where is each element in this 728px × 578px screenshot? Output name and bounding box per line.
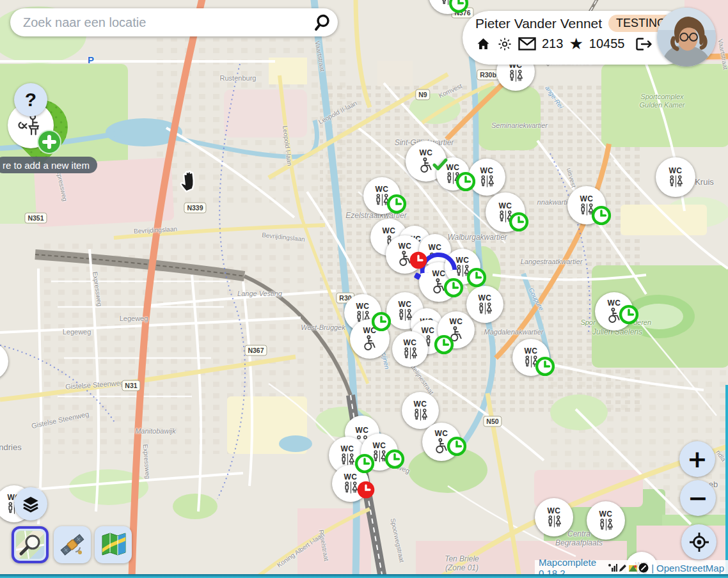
clock-green-opening-hours-badge — [355, 454, 375, 476]
marker-wc-label: WC — [580, 195, 594, 203]
zoom-out-icon: − — [688, 484, 708, 512]
clock-green-opening-hours-badge — [372, 312, 392, 334]
help-label: ? — [25, 89, 36, 111]
toilet-marker-mw[interactable]: WC — [656, 157, 695, 197]
mw-figure-icon — [412, 409, 429, 421]
map-viewport[interactable]: Brugge- Sint-PietersRustenburgPSint-Gill… — [0, 0, 728, 578]
home-icon[interactable] — [475, 36, 491, 52]
marker-wc-label: WC — [525, 347, 538, 355]
osm-map-icon — [16, 531, 44, 559]
marker-wc-label: WC — [376, 185, 389, 193]
attribution-separator: | — [651, 563, 654, 574]
user-avatar[interactable] — [657, 8, 716, 66]
clock-green-opening-hours-badge — [434, 335, 454, 357]
marker-wc-label: WC — [548, 507, 561, 515]
toilet-marker-mw[interactable]: WC — [466, 286, 503, 323]
marker-wc-label: WC — [669, 167, 683, 175]
clock-green-opening-hours-badge — [456, 172, 476, 194]
message-count: 213 — [542, 36, 563, 51]
marker-wc-label: WC — [399, 242, 412, 250]
clock-green-opening-hours-badge — [385, 449, 405, 472]
theme-logo-icon[interactable] — [628, 563, 638, 573]
marker-wc-label: WC — [450, 318, 463, 325]
clock-green-opening-hours-badge — [444, 278, 464, 301]
user-name[interactable]: Pieter Vander Vennet — [475, 16, 602, 31]
toilet-marker-mw[interactable]: WC — [402, 392, 439, 429]
toilet-marker-mw[interactable]: WC — [392, 331, 428, 367]
clock-green-opening-hours-badge — [592, 206, 612, 228]
hand-cursor — [177, 166, 203, 197]
zoom-in-icon: + — [687, 445, 708, 473]
marker-wc-label: WC — [420, 149, 433, 157]
search-bar — [10, 8, 338, 36]
search-input[interactable] — [22, 15, 312, 31]
checkmark-badge — [432, 156, 449, 176]
attribution-osm-link[interactable]: OpenStreetMap — [656, 563, 724, 574]
basemap-style-map-button[interactable] — [95, 526, 132, 563]
marker-wc-label: WC — [435, 430, 448, 437]
marker-wc-label: WC — [356, 302, 370, 310]
layers-button[interactable] — [14, 487, 47, 520]
settings-gear-icon[interactable] — [497, 36, 512, 52]
marker-wc-label: WC — [399, 301, 412, 308]
world-map-icon — [100, 532, 127, 558]
marker-wc-label: WC — [599, 510, 613, 518]
marker-wc-label: WC — [480, 167, 494, 175]
add-item-tooltip: re to add a new item — [0, 157, 97, 173]
mw-figure-icon — [402, 347, 419, 359]
basemap-style-satellite-button[interactable] — [54, 526, 91, 563]
geolocate-crosshair-icon — [688, 531, 710, 553]
messages-icon[interactable] — [518, 37, 536, 51]
marker-wc-label: WC — [422, 327, 435, 334]
basemap-style-osm-button[interactable] — [12, 526, 49, 563]
panel-edge-strip — [725, 385, 728, 578]
mw-figure-icon — [546, 515, 563, 527]
toilet-marker-mw[interactable]: WC — [535, 498, 573, 536]
tooltip-text: re to add a new item — [3, 160, 90, 171]
zoom-out-button[interactable]: − — [680, 480, 716, 516]
mw-figure-icon — [667, 175, 684, 187]
mw-figure-icon — [477, 302, 494, 315]
edit-pencil-icon[interactable] — [618, 563, 628, 573]
wheelchair-figure-icon — [361, 335, 378, 352]
logout-icon[interactable] — [635, 36, 653, 52]
toilet-marker-mw[interactable]: WC — [0, 343, 8, 380]
marker-wc-label: WC — [341, 445, 354, 453]
clock-red-opening-hours-badge — [357, 481, 376, 502]
marker-wc-label: WC — [383, 227, 396, 235]
attribution-bar: Mapcomplete 0.18.2 | OpenStreetMap — [535, 560, 728, 575]
clock-green-opening-hours-badge — [387, 194, 407, 217]
attribution-osm-icon[interactable] — [638, 563, 649, 573]
marker-wc-label: WC — [429, 244, 442, 251]
satellite-icon — [59, 531, 86, 558]
mw-figure-icon — [339, 453, 356, 465]
marker-wc-label: WC — [356, 426, 369, 434]
mw-figure-icon — [507, 70, 525, 82]
marker-wc-label: WC — [479, 294, 492, 302]
clock-green-opening-hours-badge — [619, 305, 639, 327]
star-icon: ★ — [569, 36, 583, 52]
marker-wc-label: WC — [456, 256, 470, 264]
clock-green-opening-hours-badge — [447, 437, 467, 459]
clock-red-opening-hours-badge — [409, 251, 428, 272]
clock-green-opening-hours-badge — [535, 357, 555, 379]
mw-figure-icon — [597, 519, 615, 531]
layers-icon — [22, 495, 40, 513]
add-item-plus-icon[interactable] — [37, 130, 61, 154]
marker-wc-label: WC — [499, 202, 512, 210]
bottom-edge-strip — [0, 574, 728, 578]
map-markers-layer: WC WC WC WC WC WC WC WC WC WC WC WC WC W… — [0, 0, 728, 578]
help-button[interactable]: ? — [14, 83, 47, 116]
search-icon[interactable] — [312, 13, 331, 32]
clock-green-opening-hours-badge — [449, 0, 469, 16]
clock-green-opening-hours-badge — [509, 212, 529, 235]
marker-wc-label: WC — [404, 339, 417, 347]
clock-green-opening-hours-badge — [467, 268, 487, 290]
statistics-icon[interactable] — [608, 563, 617, 572]
toilet-marker-mw[interactable]: WC — [587, 501, 625, 540]
zoom-in-button[interactable]: + — [679, 441, 715, 477]
geolocate-button[interactable] — [681, 524, 716, 559]
star-count: 10455 — [589, 36, 625, 51]
marker-wc-label: WC — [414, 400, 427, 408]
mw-figure-icon — [479, 175, 496, 187]
